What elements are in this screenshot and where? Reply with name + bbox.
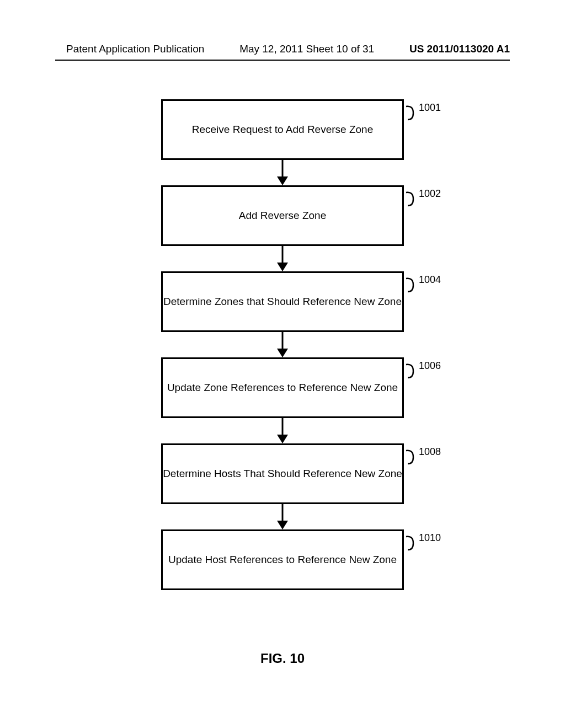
flow-arrow <box>161 504 404 529</box>
callout-hook-icon <box>406 191 418 207</box>
callout-hook-icon <box>406 277 418 293</box>
step-text: Update Host References to Reference New … <box>168 554 397 566</box>
flow-arrow <box>161 332 404 357</box>
reference-callout: 1004 <box>406 277 441 293</box>
step-box-1004: Determine Zones that Should Reference Ne… <box>161 271 404 332</box>
header-rule <box>55 60 510 61</box>
flow-node: Receive Request to Add Reverse Zone 1001 <box>161 99 404 185</box>
reference-number: 1008 <box>419 446 441 458</box>
reference-number: 1004 <box>419 274 441 286</box>
step-text: Add Reverse Zone <box>239 210 326 222</box>
callout-hook-icon <box>406 105 418 121</box>
reference-number: 1006 <box>419 360 441 372</box>
reference-number: 1010 <box>419 532 441 544</box>
header-left: Patent Application Publication <box>66 43 204 55</box>
step-text: Determine Hosts That Should Reference Ne… <box>163 468 402 480</box>
header-right: US 2011/0113020 A1 <box>409 43 510 55</box>
step-box-1010: Update Host References to Reference New … <box>161 529 404 590</box>
flow-arrow <box>161 418 404 443</box>
step-box-1008: Determine Hosts That Should Reference Ne… <box>161 443 404 504</box>
callout-hook-icon <box>406 536 418 551</box>
step-box-1006: Update Zone References to Reference New … <box>161 357 404 418</box>
figure-label: FIG. 10 <box>0 651 565 666</box>
reference-callout: 1010 <box>406 536 441 551</box>
step-box-1002: Add Reverse Zone 1002 <box>161 185 404 246</box>
flow-arrow <box>161 160 404 185</box>
flow-node: Add Reverse Zone 1002 <box>161 185 404 271</box>
flowchart: Receive Request to Add Reverse Zone 1001… <box>0 99 565 590</box>
step-box-1001: Receive Request to Add Reverse Zone 1001 <box>161 99 404 160</box>
reference-number: 1001 <box>419 102 441 114</box>
reference-callout: 1006 <box>406 363 441 379</box>
step-text: Receive Request to Add Reverse Zone <box>192 124 373 136</box>
page: Patent Application Publication May 12, 2… <box>0 0 565 728</box>
header-center: May 12, 2011 Sheet 10 of 31 <box>239 43 374 55</box>
reference-number: 1002 <box>419 188 441 200</box>
callout-hook-icon <box>406 449 418 465</box>
step-text: Update Zone References to Reference New … <box>167 382 398 394</box>
flow-node: Determine Zones that Should Reference Ne… <box>161 271 404 357</box>
callout-hook-icon <box>406 363 418 379</box>
flow-arrow <box>161 246 404 271</box>
page-header: Patent Application Publication May 12, 2… <box>0 43 565 55</box>
step-text: Determine Zones that Should Reference Ne… <box>163 296 402 308</box>
reference-callout: 1008 <box>406 449 441 465</box>
flow-node: Update Host References to Reference New … <box>161 529 404 590</box>
flow-node: Update Zone References to Reference New … <box>161 357 404 443</box>
reference-callout: 1001 <box>406 105 441 121</box>
flow-node: Determine Hosts That Should Reference Ne… <box>161 443 404 529</box>
reference-callout: 1002 <box>406 191 441 207</box>
